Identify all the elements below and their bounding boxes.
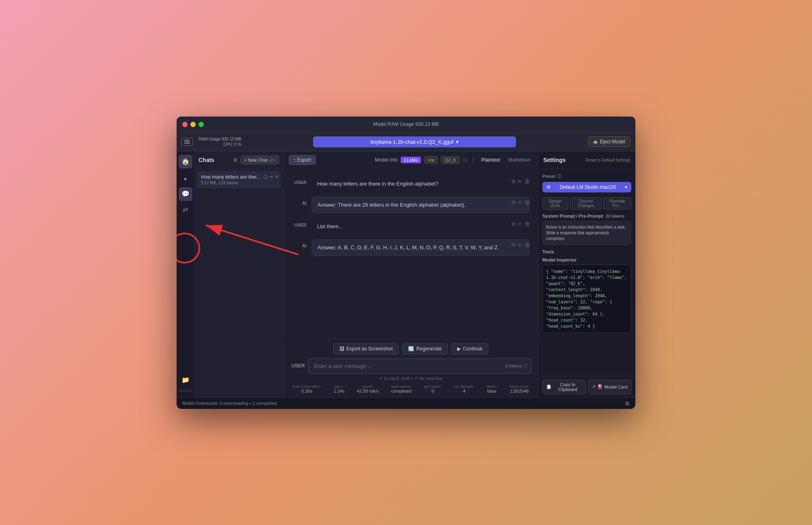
info-icon[interactable]: ⓘ bbox=[463, 157, 467, 163]
message-actions-ai1: ⧉ ✏ 🗑 bbox=[512, 199, 530, 205]
tag-na[interactable]: n/a bbox=[424, 156, 438, 164]
fullscreen-button[interactable] bbox=[199, 122, 204, 127]
stat-stop-value: completed bbox=[391, 389, 412, 393]
override-pre-tab[interactable]: Override Pre... bbox=[603, 197, 631, 210]
delete-user2-message-button[interactable]: 🗑 bbox=[525, 221, 530, 227]
token-count-value: 0 tokens bbox=[505, 363, 522, 368]
eject-label: Eject Model bbox=[600, 139, 625, 145]
message-row: USER How many letters are there in the E… bbox=[292, 176, 530, 192]
danger-tabs: Danger Zone Discord Changes Override Pre… bbox=[542, 197, 631, 210]
tag-q2k[interactable]: Q2_K bbox=[441, 156, 460, 164]
export-button[interactable]: ↑ Export bbox=[289, 155, 316, 165]
sync-icon: ⇄ bbox=[183, 205, 188, 213]
copy-ai-message-button[interactable]: ⧉ bbox=[512, 199, 515, 205]
chats-sidebar: Chats ⚙ + New Chat ⌘N How many letters a… bbox=[194, 151, 284, 398]
new-chat-shortcut: ⌘N bbox=[269, 158, 276, 162]
preset-gear-icon: ⚙ bbox=[546, 184, 551, 190]
downloads-status: 0 downloading • 2 completed bbox=[220, 401, 277, 406]
downloads-label: Model Downloads bbox=[182, 401, 218, 406]
export-label: Export bbox=[297, 157, 311, 163]
message-actions-ai2: ⧉ ✏ 🗑 bbox=[512, 242, 530, 248]
delete-ai-message-button[interactable]: 🗑 bbox=[525, 199, 530, 205]
chat-list-item[interactable]: How many letters are ther... 9.37 MB, 12… bbox=[197, 171, 281, 188]
message-bubble-ai1: Answer: There are 26 letters in the Engl… bbox=[311, 197, 530, 214]
message-actions-user2: ⧉ ✏ 🗑 bbox=[512, 221, 530, 227]
preset-dropdown-icon: ▾ bbox=[625, 184, 627, 190]
delete-message-button[interactable]: 🗑 bbox=[525, 178, 530, 185]
sidebar-item-sync[interactable]: ⇄ bbox=[179, 203, 192, 216]
discord-changes-tab[interactable]: Discord Changes bbox=[570, 197, 602, 210]
chats-settings-icon[interactable]: ⚙ bbox=[233, 157, 238, 163]
sidebar-toggle-button[interactable] bbox=[181, 138, 193, 146]
settings-header: Settings Reset to Default Settings bbox=[538, 151, 635, 169]
chat-main: ↑ Export Model Info LLaMa n/a Q2_K ⓘ | P… bbox=[284, 151, 538, 398]
chat-delete-icon[interactable]: ✕ bbox=[275, 174, 279, 180]
stat-cpu-label: cpu threads: bbox=[454, 385, 474, 389]
version-label: v0.2.10 bbox=[179, 389, 192, 393]
message-row: AI Answer: A, B, C, D, E, F, G, H, I, J,… bbox=[292, 239, 530, 256]
model-inspector-section-title: Model Inspector bbox=[542, 257, 631, 262]
markdown-format-button[interactable]: Markdown bbox=[506, 156, 533, 164]
stat-mlock-label: mlock: bbox=[486, 385, 497, 389]
delete-ai2-message-button[interactable]: 🗑 bbox=[525, 242, 530, 248]
export-screenshot-label: Export as Screenshot bbox=[346, 346, 393, 352]
monitor-icon: 🖥 bbox=[624, 400, 630, 406]
danger-zone-tab[interactable]: Danger Zone bbox=[542, 197, 568, 210]
copy-to-clipboard-button[interactable]: 📋 Copy to Clipboard bbox=[542, 380, 586, 394]
preset-select-button[interactable]: ⚙ Default LM Studio macOS ▾ bbox=[542, 182, 631, 192]
tag-llama[interactable]: LLaMa bbox=[401, 157, 421, 163]
stat-gpu-label: gpu layers: bbox=[424, 385, 442, 389]
eject-model-button[interactable]: ⏏ Eject Model bbox=[588, 136, 631, 147]
window-title: Model RAM Usage 930.13 MB bbox=[373, 121, 439, 127]
message-role-user1: USER bbox=[292, 176, 307, 185]
model-card-button[interactable]: ↗ 🎴 Model Card bbox=[588, 380, 632, 394]
stat-cpu-value: 4 bbox=[463, 389, 465, 393]
regenerate-icon: 🔄 bbox=[408, 346, 414, 352]
close-button[interactable] bbox=[182, 122, 188, 127]
plaintext-format-button[interactable]: Plaintext bbox=[479, 156, 503, 164]
model-selector-button[interactable]: tinyllama-1.1b-chat-v1.0.Q2_K.gguf ▾ bbox=[313, 136, 516, 147]
message-role-ai2: AI bbox=[292, 239, 307, 248]
model-info-label: Model Info bbox=[375, 157, 397, 163]
regenerate-button[interactable]: 🔄 Regenerate bbox=[402, 343, 448, 354]
continue-icon: ▶ bbox=[457, 346, 461, 352]
system-prompt-box: Below is an instruction that describes a… bbox=[542, 221, 631, 245]
minimize-button[interactable] bbox=[190, 122, 196, 127]
token-info-icon: ⓘ bbox=[523, 363, 527, 369]
export-screenshot-icon: 🖼 bbox=[339, 346, 344, 352]
edit-ai2-message-button[interactable]: ✏ bbox=[518, 242, 522, 248]
stat-ttf-label: time to first token: bbox=[292, 385, 321, 389]
sidebar-item-home[interactable]: 🏠 bbox=[179, 155, 192, 169]
sidebar-item-folder[interactable]: 📁 bbox=[179, 373, 192, 387]
message-row: AI Answer: There are 26 letters in the E… bbox=[292, 197, 530, 214]
messages-area: USER How many letters are there in the E… bbox=[284, 169, 538, 339]
settings-footer: 📋 Copy to Clipboard ↗ 🎴 Model Card bbox=[538, 376, 635, 398]
copy-ai2-message-button[interactable]: ⧉ bbox=[512, 242, 515, 248]
chat-info-icon[interactable]: ⓘ bbox=[263, 174, 268, 180]
message-input[interactable] bbox=[308, 359, 531, 374]
new-chat-label: + New Chat bbox=[244, 158, 268, 162]
chat-edit-icon[interactable]: ✏ bbox=[270, 174, 273, 180]
system-prompt-text: Below is an instruction that describes a… bbox=[546, 225, 628, 242]
model-card-label: Model Card bbox=[605, 385, 628, 389]
sidebar-item-chat[interactable]: 💬 bbox=[179, 187, 192, 201]
copy-message-button[interactable]: ⧉ bbox=[512, 178, 515, 185]
stat-speed-label: speed: bbox=[362, 385, 373, 389]
edit-ai-message-button[interactable]: ✏ bbox=[518, 199, 522, 205]
edit-user2-message-button[interactable]: ✏ bbox=[518, 221, 522, 227]
preset-label: Preset ⓘ bbox=[542, 173, 631, 179]
edit-message-button[interactable]: ✏ bbox=[518, 178, 522, 185]
chats-header: Chats ⚙ + New Chat ⌘N bbox=[194, 151, 283, 169]
reset-settings-button[interactable]: Reset to Default Settings bbox=[585, 158, 631, 162]
continue-button[interactable]: ▶ Continue bbox=[451, 343, 488, 354]
export-screenshot-button[interactable]: 🖼 Export as Screenshot bbox=[333, 343, 399, 354]
sidebar-item-person[interactable]: ● bbox=[179, 172, 192, 186]
regenerate-label: Regenerate bbox=[416, 346, 442, 352]
token-display: 0 tokens ⓘ bbox=[505, 363, 527, 369]
dropdown-icon: ▾ bbox=[456, 139, 459, 145]
cpu-usage-text: CPU: 0 % bbox=[223, 142, 241, 147]
new-chat-button[interactable]: + New Chat ⌘N bbox=[240, 156, 279, 164]
stat-token-count: token count: 129/2048 bbox=[510, 385, 529, 393]
copy-user2-message-button[interactable]: ⧉ bbox=[512, 221, 515, 227]
home-icon: 🏠 bbox=[181, 158, 190, 165]
